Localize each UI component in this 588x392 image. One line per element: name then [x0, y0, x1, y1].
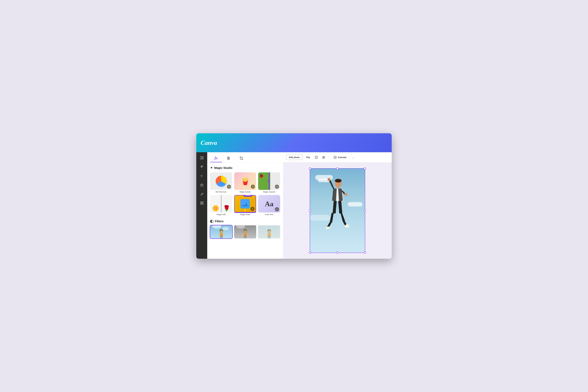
svg-rect-34	[322, 156, 325, 156]
svg-rect-10	[200, 204, 201, 204]
svg-text:🧍: 🧍	[263, 229, 275, 238]
svg-rect-2	[202, 158, 203, 159]
svg-point-44	[344, 193, 347, 196]
magic-expand-label: Magic Expand	[258, 191, 280, 193]
svg-marker-20	[242, 201, 246, 205]
svg-rect-4	[200, 202, 201, 202]
sidebar: T	[196, 152, 207, 259]
olivia-badge: Olivia	[244, 195, 252, 197]
app-window: Canva	[196, 133, 392, 259]
info-button[interactable]	[314, 154, 319, 160]
magic-studio-title: Magic Studio	[214, 166, 232, 170]
feature-grid: ♛ BG Remover 🍟 ♛ Magic Eraser	[210, 172, 280, 216]
svg-point-38	[335, 157, 336, 158]
svg-point-17	[228, 158, 230, 159]
svg-rect-8	[202, 203, 202, 204]
feature-card-bg-remover[interactable]: ♛ BG Remover	[210, 172, 232, 193]
canvas-toolbar: Edit photo Flip	[283, 152, 392, 162]
app-body: T	[196, 152, 392, 259]
filter-icon	[210, 220, 213, 223]
feature-card-grab-text[interactable]: Aa ♛ Grab Text	[258, 195, 280, 216]
grab-text-label: Grab Text	[258, 213, 280, 216]
sidebar-item-upload[interactable]	[198, 182, 205, 188]
crown-badge-magic-eraser: ♛	[251, 184, 255, 189]
filters-title: Filters	[215, 220, 224, 223]
svg-point-16	[228, 157, 228, 158]
tool-tabs: fx	[207, 152, 283, 162]
animate-label: Animate	[338, 156, 346, 158]
svg-text:🧍: 🧍	[215, 229, 228, 238]
sidebar-item-layout[interactable]	[198, 154, 205, 161]
list-button[interactable]	[321, 154, 326, 160]
svg-rect-12	[202, 204, 203, 204]
photo-image	[310, 168, 365, 253]
tab-effects[interactable]: fx	[210, 154, 222, 162]
tab-crop[interactable]	[235, 154, 248, 162]
filter-item-mono[interactable]: 🧍	[234, 225, 256, 238]
svg-rect-41	[337, 186, 339, 188]
feature-card-magic-expand[interactable]: 🐞 ♛ Magic Expand	[258, 172, 280, 193]
svg-rect-36	[322, 158, 325, 158]
svg-rect-43	[328, 178, 330, 180]
feature-card-magic-eraser[interactable]: 🍟 ♛ Magic Eraser	[234, 172, 256, 193]
canvas-main	[283, 162, 392, 259]
svg-rect-9	[202, 203, 203, 204]
flip-button[interactable]: Flip	[304, 155, 312, 160]
sidebar-item-apps[interactable]	[198, 200, 205, 206]
magic-studio-header: ✦ Magic Studio	[210, 166, 280, 170]
edit-photo-button[interactable]: Edit photo	[286, 154, 302, 160]
feature-card-magic-edit[interactable]: 🌼 🌹 Magic Edit	[210, 195, 232, 216]
svg-rect-7	[200, 203, 201, 204]
crown-badge-magic-grab: ♛	[250, 207, 254, 211]
svg-point-40	[335, 179, 342, 182]
svg-rect-11	[202, 204, 202, 204]
svg-text:🧍: 🧍	[239, 229, 252, 238]
svg-point-18	[228, 159, 228, 160]
canva-logo: Canva	[201, 139, 217, 146]
filter-item-original[interactable]: 🧍	[210, 225, 232, 238]
canvas-area: Edit photo Flip	[283, 152, 392, 259]
sidebar-item-draw[interactable]	[198, 191, 205, 197]
sidebar-item-text[interactable]: T	[198, 173, 205, 179]
svg-text:T: T	[200, 174, 202, 178]
animate-button[interactable]: Animate	[331, 154, 349, 160]
svg-rect-0	[200, 156, 202, 159]
svg-rect-35	[322, 157, 325, 158]
bg-remover-label: BG Remover	[210, 191, 232, 193]
filters-header: Filters	[210, 220, 280, 223]
app-header: Canva	[196, 133, 392, 152]
more-button[interactable]: ...	[350, 154, 356, 160]
magic-grab-label: Magic Grab	[234, 213, 256, 216]
filter-grid: 🧍	[210, 225, 280, 238]
svg-rect-1	[202, 156, 203, 158]
crown-badge-magic-expand: ♛	[275, 184, 279, 189]
crown-badge-bg-remover: ♛	[227, 184, 231, 189]
tools-panel: fx	[207, 152, 283, 259]
tab-adjust[interactable]	[222, 154, 235, 162]
filter-item-fade[interactable]: 🧍	[258, 225, 280, 238]
svg-rect-5	[202, 202, 202, 202]
magic-edit-label: Magic Edit	[210, 213, 232, 216]
crown-badge-grab-text: ♛	[275, 207, 279, 211]
photo-container[interactable]	[310, 168, 365, 253]
sparkle-icon: ✦	[210, 166, 213, 170]
sidebar-item-elements[interactable]	[198, 164, 205, 170]
magic-eraser-label: Magic Eraser	[234, 191, 256, 193]
svg-rect-6	[202, 202, 203, 202]
feature-card-magic-grab[interactable]: Olivia 👆 ♛ Magic Grab	[234, 195, 256, 216]
tools-content: ✦ Magic Studio ♛ BG Remover	[207, 162, 283, 259]
